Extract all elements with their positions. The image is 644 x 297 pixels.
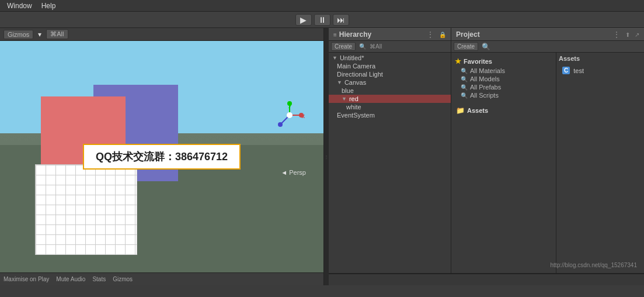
hierarchy-panel: ≡ Hierarchy ⋮ 🔒 Create 🔍 ⌘All ▼ Untitled…: [329, 28, 451, 273]
hierarchy-label-white: white: [346, 103, 361, 110]
project-right-label: Assets: [559, 55, 642, 62]
hierarchy-item-blue[interactable]: blue: [329, 87, 451, 95]
hierarchy-lock-icon[interactable]: 🔒: [439, 32, 446, 38]
hierarchy-toolbar: Create 🔍 ⌘All: [329, 41, 451, 53]
hierarchy-search-label: ⌘All: [370, 43, 382, 50]
website-label: http://blog.csdn.net/qq_15267341: [547, 260, 640, 271]
svg-point-3: [299, 113, 304, 118]
scene-toolbar: Gizmos ▾ ⌘All: [0, 28, 323, 41]
menubar: Window Help: [0, 0, 644, 12]
hierarchy-menu-icon[interactable]: ⋮: [426, 30, 434, 39]
main-content: Gizmos ▾ ⌘All y x: [0, 28, 644, 285]
hierarchy-item-directional-light[interactable]: Directional Light: [329, 70, 451, 78]
hierarchy-tab[interactable]: ≡ Hierarchy ⋮ 🔒: [329, 28, 451, 41]
favorites-label: Favorites: [464, 58, 492, 65]
assets-section: 📁 Assets: [451, 104, 556, 117]
hierarchy-item-red[interactable]: ▼ red: [329, 95, 451, 103]
scene-bottom-item-1: Maximise on Play: [4, 276, 49, 282]
hierarchy-collapse-icon: ≡: [333, 32, 337, 38]
gizmo-axes: [274, 99, 306, 132]
fav-label-models: All Models: [470, 75, 500, 82]
pause-button[interactable]: ⏸: [314, 14, 330, 26]
svg-point-1: [287, 101, 292, 106]
hierarchy-label-main-camera: Main Camera: [337, 63, 375, 70]
hierarchy-item-white[interactable]: white: [329, 103, 451, 111]
scene-bottom-item-2: Mute Audio: [56, 276, 85, 282]
gizmos-button[interactable]: Gizmos: [4, 30, 33, 39]
project-lock-icon[interactable]: ⬆: [625, 32, 630, 38]
tree-arrow-red: ▼: [342, 96, 347, 102]
fav-search-icon-models: 🔍: [461, 76, 468, 82]
scene-bottom-item-4: Gizmos: [113, 276, 133, 282]
hierarchy-tab-label: Hierarchy: [339, 30, 371, 39]
project-settings-icon[interactable]: ↗: [635, 32, 639, 38]
fav-label-materials: All Materials: [470, 67, 505, 74]
favorites-section: ★ Favorites 🔍 All Materials 🔍 All Models: [451, 55, 556, 101]
project-tab[interactable]: Project ⋮ ⬆ ↗: [451, 28, 644, 41]
project-content: Assets C test: [556, 53, 644, 273]
fav-search-icon-prefabs: 🔍: [461, 84, 468, 91]
scene-bottom-bar: Maximise on Play Mute Audio Stats Gizmos: [0, 272, 323, 285]
fav-label-scripts: All Scripts: [470, 92, 499, 99]
all-button[interactable]: ⌘All: [46, 29, 68, 39]
tree-arrow-canvas: ▼: [337, 80, 342, 85]
grid-lines: [36, 165, 137, 254]
scene-view: Gizmos ▾ ⌘All y x: [0, 28, 324, 285]
scene-3d-area[interactable]: y x ◄ Persp: [0, 41, 323, 272]
step-button[interactable]: ⏭: [333, 14, 349, 26]
assets-label: Assets: [467, 107, 488, 114]
hierarchy-search-icon: 🔍: [359, 43, 366, 50]
right-panels: ≡ Hierarchy ⋮ 🔒 Create 🔍 ⌘All ▼ Untitled…: [329, 28, 644, 285]
hierarchy-label-blue: blue: [342, 87, 354, 94]
fav-item-prefabs[interactable]: 🔍 All Prefabs: [455, 83, 552, 91]
asset-label-test: test: [573, 67, 584, 74]
project-tree: ★ Favorites 🔍 All Materials 🔍 All Models: [451, 53, 556, 273]
fav-label-prefabs: All Prefabs: [470, 84, 501, 91]
persp-label: ◄ Persp: [281, 169, 306, 176]
project-panel: Project ⋮ ⬆ ↗ Create 🔍 ★: [451, 28, 644, 273]
svg-point-5: [278, 122, 283, 127]
scene-gizmo: y x: [274, 99, 306, 132]
project-search-icon: 🔍: [482, 43, 490, 51]
hierarchy-item-untitled[interactable]: ▼ Untitled*: [329, 54, 451, 62]
menu-window[interactable]: Window: [2, 2, 37, 10]
project-create-button[interactable]: Create: [454, 42, 478, 51]
main-toolbar: ▶ ⏸ ⏭: [0, 12, 644, 28]
menu-help[interactable]: Help: [37, 2, 61, 10]
fav-item-materials[interactable]: 🔍 All Materials: [455, 67, 552, 75]
qq-watermark: QQ技术交流群：386476712: [83, 144, 241, 170]
fav-search-icon-scripts: 🔍: [461, 92, 468, 99]
favorites-header: ★ Favorites: [455, 56, 552, 67]
upper-right: ≡ Hierarchy ⋮ 🔒 Create 🔍 ⌘All ▼ Untitled…: [329, 28, 644, 274]
white-grid: [35, 164, 137, 255]
hierarchy-label-untitled: Untitled*: [340, 54, 364, 61]
project-tab-label: Project: [456, 30, 480, 39]
favorites-star-icon: ★: [455, 57, 461, 65]
assets-header[interactable]: 📁 Assets: [455, 105, 552, 116]
project-menu-icon[interactable]: ⋮: [612, 30, 621, 39]
hierarchy-label-red: red: [349, 95, 358, 102]
hierarchy-item-main-camera[interactable]: Main Camera: [329, 62, 451, 70]
fav-item-scripts[interactable]: 🔍 All Scripts: [455, 91, 552, 99]
hierarchy-create-button[interactable]: Create: [331, 42, 356, 51]
hierarchy-label-event-system: EventSystem: [337, 112, 375, 119]
asset-icon-test: C: [562, 67, 570, 74]
hierarchy-label-directional-light: Directional Light: [337, 71, 383, 78]
svg-point-6: [287, 112, 293, 118]
hierarchy-content: ▼ Untitled* Main Camera Directional Ligh…: [329, 53, 451, 273]
play-button[interactable]: ▶: [295, 14, 312, 26]
bottom-panel: [329, 274, 644, 285]
hierarchy-item-canvas[interactable]: ▼ Canvas: [329, 78, 451, 87]
assets-folder-icon: 📁: [456, 106, 465, 115]
project-split: ★ Favorites 🔍 All Materials 🔍 All Models: [451, 53, 644, 273]
tree-arrow-0: ▼: [332, 55, 337, 61]
fav-item-models[interactable]: 🔍 All Models: [455, 75, 552, 83]
gizmos-dropdown-icon: ▾: [38, 30, 41, 39]
project-toolbar: Create 🔍: [451, 41, 644, 53]
hierarchy-item-event-system[interactable]: EventSystem: [329, 111, 451, 119]
fav-search-icon-materials: 🔍: [461, 68, 468, 74]
scene-bottom-item-3: Stats: [92, 276, 106, 282]
panel-divider[interactable]: ⋮: [324, 28, 329, 285]
asset-item-test[interactable]: C test: [559, 65, 642, 75]
hierarchy-label-canvas: Canvas: [344, 79, 366, 86]
